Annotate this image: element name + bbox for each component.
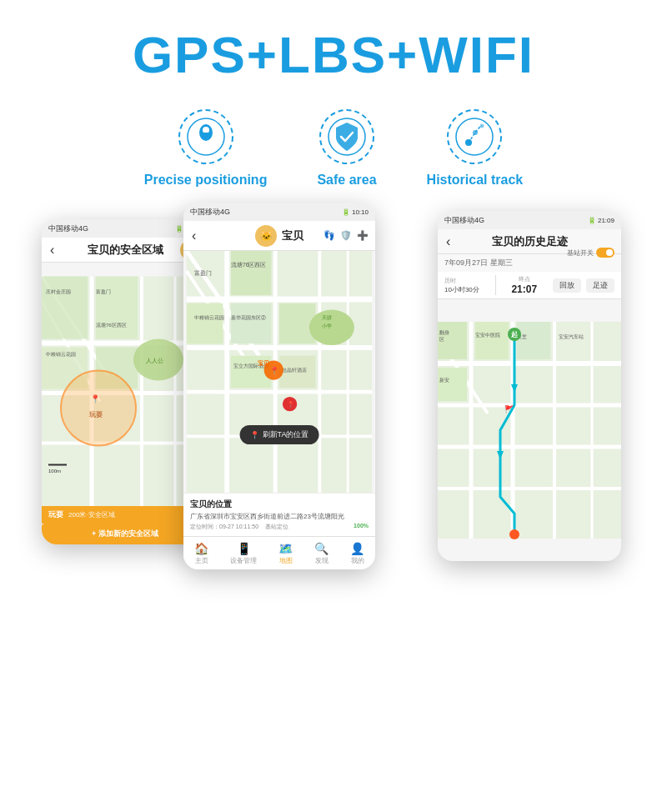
nav-title-right: 宝贝的历史足迹 [492,234,568,249]
svg-text:富盈门: 富盈门 [195,270,213,276]
track-btn[interactable]: 足迹 [586,278,614,293]
gps-pin-icon [177,108,235,166]
svg-text:流塘76区西区: 流塘76区西区 [96,322,127,328]
map-area-middle: 富盈门 流塘76区西区 中粮锦云花园 嘉华花园东区② 天骄 小学 桂晶轩酒店 宝… [183,251,375,493]
svg-text:桂晶轩酒店: 桂晶轩酒店 [281,367,307,373]
features-row: Precise positioning Safe area Hist [0,108,667,188]
back-icon-middle[interactable]: ‹ [192,228,196,243]
svg-rect-78 [475,322,509,359]
shield-pin-icon [318,108,376,166]
svg-text:嘉华花园东区②: 嘉华花园东区② [231,314,266,320]
svg-rect-21 [42,277,88,339]
main-title: GPS+LBS+WIFI [0,0,667,84]
svg-text:📍: 📍 [90,393,101,404]
svg-text:宝贝: 宝贝 [258,359,270,367]
svg-text:📍: 📍 [269,366,280,376]
svg-text:区: 区 [439,337,444,342]
footstep-icon[interactable]: 👣 [323,230,335,241]
nav-title-left: 宝贝的安全区域 [88,243,163,258]
svg-text:起: 起 [511,331,518,338]
map-area-right: 翻身 区 宝安中医院 灵芝 宝安汽车站 新安 起 [438,299,621,561]
location-meta: 定位时间：09-27 10:11:50 基站定位 100% [190,523,369,531]
svg-rect-34 [48,464,67,466]
tab-map[interactable]: 🗺️ 地图 [278,542,293,565]
svg-text:100m: 100m [48,469,61,474]
phone-middle: 中国移动4G 🔋 10:10 ‹ 🐱 宝贝 👣 🛡️ ➕ [183,203,375,569]
svg-point-8 [456,118,493,155]
svg-rect-79 [517,322,550,359]
phones-container: 中国移动4G 🔋 10:10 ‹ 宝贝的安全区域 🐱 [0,203,667,769]
location-address: 广东省深圳市宝安区西乡街道前进二路23号流塘阳光 [190,512,369,521]
svg-text:翻身: 翻身 [439,330,449,335]
replay-btn[interactable]: 回放 [553,278,581,293]
svg-rect-49 [231,303,271,343]
svg-text:庄村金庄园: 庄村金庄园 [46,288,71,294]
tab-bar-middle: 🏠 主页 📱 设备管理 🗺️ 地图 🔍 发现 👤 我的 [183,536,375,569]
svg-point-3 [203,127,209,133]
location-pin-icon: 📍 [250,431,259,439]
status-bar-right: 中国移动4G 🔋 21:09 [438,211,621,229]
svg-point-27 [61,371,136,446]
track-dots-icon [445,108,504,166]
svg-text:天骄: 天骄 [322,315,332,320]
svg-rect-47 [231,251,271,295]
feature-item-safe-area: Safe area [317,108,376,188]
location-title: 宝贝的位置 [190,499,369,510]
nav-title-middle: 宝贝 [282,228,303,243]
svg-text:新安: 新安 [439,377,449,383]
nav-bar-middle: ‹ 🐱 宝贝 👣 🛡️ ➕ [183,221,375,251]
status-bar-middle: 中国移动4G 🔋 10:10 [183,203,375,221]
location-info: 宝贝的位置 广东省深圳市宝安区西乡街道前进二路23号流塘阳光 定位时间：09-2… [183,493,375,536]
back-icon-left[interactable]: ‹ [50,243,54,258]
nav-bar-right: ‹ 宝贝的历史足迹 基站开关 [438,229,621,254]
tab-discover[interactable]: 🔍 发现 [314,542,328,565]
svg-text:人人公: 人人公 [146,358,163,364]
svg-text:中粮锦云花园: 中粮锦云花园 [46,352,76,357]
back-icon-right[interactable]: ‹ [446,234,450,249]
svg-rect-22 [96,277,138,339]
feature-label-historical-track: Historical track [427,173,524,188]
toggle-on-icon[interactable] [596,248,614,258]
svg-point-89 [509,529,519,539]
svg-text:🚩: 🚩 [504,404,514,414]
svg-text:富盈门: 富盈门 [96,288,111,294]
feature-label-positioning: Precise positioning [144,173,268,188]
phone-right: 中国移动4G 🔋 21:09 ‹ 宝贝的历史足迹 基站开关 7年09月27日 星… [438,211,621,561]
svg-text:宝安汽车站: 宝安汽车站 [559,333,584,339]
toggle-switch[interactable]: 基站开关 [567,248,614,258]
feature-label-safe-area: Safe area [317,173,376,188]
svg-text:流塘76区西区: 流塘76区西区 [231,262,267,268]
refresh-btn[interactable]: 📍 刷新TA的位置 [240,425,319,444]
svg-text:📍: 📍 [287,400,295,409]
svg-rect-80 [438,368,467,401]
svg-text:宝安中医院: 宝安中医院 [475,332,500,338]
feature-item-positioning: Precise positioning [144,108,268,188]
svg-text:中粮锦云花园: 中粮锦云花园 [195,315,225,320]
svg-text:玩耍: 玩耍 [88,411,103,419]
svg-rect-48 [187,303,223,343]
tab-device[interactable]: 📱 设备管理 [230,542,257,565]
tab-home[interactable]: 🏠 主页 [194,542,208,565]
safety-icon[interactable]: 🛡️ [340,230,352,241]
feature-item-historical-track: Historical track [427,108,524,188]
tab-me[interactable]: 👤 我的 [350,542,364,565]
svg-text:小学: 小学 [322,323,332,328]
plus-icon[interactable]: ➕ [357,230,369,241]
history-controls: 历时 10小时30分 终点 21:07 回放 足迹 [438,272,621,299]
